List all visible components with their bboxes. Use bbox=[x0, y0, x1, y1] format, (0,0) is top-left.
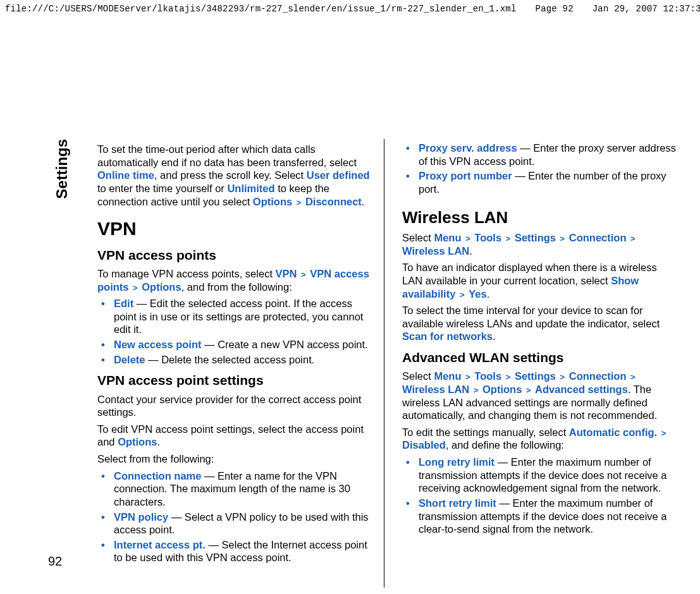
hl-proxy-port-number: Proxy port number bbox=[419, 170, 512, 181]
hl-user-defined: User defined bbox=[307, 169, 370, 181]
columns: To set the time-out period after which d… bbox=[80, 139, 689, 588]
hl-connection-name: Connection name bbox=[114, 470, 201, 482]
chevron-icon: > bbox=[559, 234, 567, 243]
para-wlan-nav: Select Menu > Tools > Settings > Connect… bbox=[402, 231, 676, 257]
hl-menu: Menu bbox=[434, 232, 461, 243]
hl-scan-for-networks: Scan for networks bbox=[402, 330, 493, 342]
chevron-icon: > bbox=[505, 372, 512, 382]
chevron-icon: > bbox=[660, 428, 668, 438]
heading-advanced-wlan: Advanced WLAN settings bbox=[402, 349, 676, 366]
page-indicator: Page 92 bbox=[517, 4, 574, 14]
list-item: Internet access pt. — Select the Interne… bbox=[110, 538, 371, 564]
hl-disabled: Disabled bbox=[402, 439, 446, 451]
list-item: Edit — Edit the selected access point. I… bbox=[110, 297, 371, 336]
chevron-icon: > bbox=[525, 385, 532, 395]
file-url: file:///C:/USERS/MODEServer/lkatajis/348… bbox=[5, 4, 517, 14]
hl-vpn-policy: VPN policy bbox=[114, 511, 168, 523]
para-contact-provider: Contact your service provider for the co… bbox=[97, 393, 371, 419]
hl-short-retry-limit: Short retry limit bbox=[419, 497, 496, 509]
list-item: Delete — Delete the selected access poin… bbox=[110, 353, 371, 367]
list-retry-limits: Long retry limit — Enter the maximum num… bbox=[402, 456, 676, 536]
para-adv-nav: Select Menu > Tools > Settings > Connect… bbox=[402, 370, 676, 422]
chevron-icon: > bbox=[132, 283, 139, 293]
heading-vpn-ap-settings: VPN access point settings bbox=[97, 372, 371, 389]
chevron-icon: > bbox=[300, 270, 307, 279]
column-left: To set the time-out period after which d… bbox=[80, 139, 384, 588]
para-show-availability: To have an indicator displayed when ther… bbox=[402, 261, 676, 300]
content-area: Settings 92 To set the time-out period a… bbox=[35, 139, 689, 588]
print-header: file:///C:/USERS/MODEServer/lkatajis/348… bbox=[0, 0, 700, 16]
list-vpn-ap: Edit — Edit the selected access point. I… bbox=[97, 297, 371, 366]
list-item: Proxy port number — Enter the number of … bbox=[415, 169, 676, 195]
heading-vpn-access-points: VPN access points bbox=[97, 247, 371, 264]
hl-long-retry-limit: Long retry limit bbox=[419, 456, 494, 468]
list-item: Long retry limit — Enter the maximum num… bbox=[415, 456, 676, 495]
chevron-icon: > bbox=[464, 234, 472, 243]
column-right: Proxy serv. address — Enter the proxy se… bbox=[384, 139, 689, 588]
hl-tools: Tools bbox=[474, 370, 501, 382]
hl-wireless-lan: Wireless LAN bbox=[402, 384, 469, 395]
timestamp: Jan 29, 2007 12:37:36 PM bbox=[574, 4, 700, 14]
para-edit-vpn-ap: To edit VPN access point settings, selec… bbox=[97, 423, 371, 449]
list-vpn-aps: Connection name — Enter a name for the V… bbox=[97, 470, 371, 564]
list-item: New access point — Create a new VPN acce… bbox=[110, 338, 371, 351]
chevron-icon: > bbox=[629, 234, 637, 243]
list-item: Short retry limit — Enter the maximum nu… bbox=[415, 497, 676, 536]
hl-delete: Delete bbox=[114, 354, 145, 365]
chevron-icon: > bbox=[629, 372, 637, 382]
para-scan-networks: To select the time interval for your dev… bbox=[402, 304, 676, 343]
para-select-following: Select from the following: bbox=[97, 452, 371, 466]
chevron-icon: > bbox=[295, 198, 303, 207]
chevron-icon: > bbox=[559, 372, 567, 382]
list-item: VPN policy — Select a VPN policy to be u… bbox=[110, 511, 371, 536]
heading-vpn: VPN bbox=[97, 217, 371, 241]
hl-automatic-config: Automatic config. bbox=[569, 427, 657, 438]
hl-advanced-settings: Advanced settings bbox=[535, 384, 628, 395]
chevron-icon: > bbox=[464, 372, 472, 382]
hl-internet-access-pt: Internet access pt. bbox=[114, 539, 206, 550]
hl-options: Options bbox=[482, 384, 522, 395]
para-online-time: To set the time-out period after which d… bbox=[97, 143, 371, 208]
hl-disconnect: Disconnect bbox=[305, 196, 362, 207]
page-root: file:///C:/USERS/MODEServer/lkatajis/348… bbox=[0, 0, 700, 594]
hl-connection: Connection bbox=[569, 232, 627, 243]
hl-connection: Connection bbox=[569, 370, 627, 382]
hl-options: Options bbox=[253, 196, 292, 207]
heading-wireless-lan: Wireless LAN bbox=[402, 207, 676, 228]
list-item: Connection name — Enter a name for the V… bbox=[110, 470, 371, 509]
para-automatic-config: To edit the settings manually, select Au… bbox=[402, 426, 676, 452]
para-vpn-ap-nav: To manage VPN access points, select VPN … bbox=[97, 267, 371, 293]
hl-options: Options bbox=[118, 436, 157, 447]
page-number: 92 bbox=[48, 554, 62, 569]
hl-settings: Settings bbox=[515, 370, 556, 382]
hl-vpn: VPN bbox=[276, 268, 297, 279]
hl-unlimited: Unlimited bbox=[227, 183, 274, 194]
hl-new-access-point: New access point bbox=[114, 339, 201, 350]
hl-settings: Settings bbox=[515, 232, 556, 243]
side-tab: Settings 92 bbox=[35, 139, 80, 588]
hl-menu: Menu bbox=[434, 370, 461, 382]
chevron-icon: > bbox=[472, 385, 480, 395]
chevron-icon: > bbox=[505, 234, 512, 243]
hl-wireless-lan: Wireless LAN bbox=[402, 245, 469, 257]
hl-options: Options bbox=[142, 281, 181, 293]
list-item: Proxy serv. address — Enter the proxy se… bbox=[415, 142, 676, 167]
hl-edit: Edit bbox=[114, 298, 133, 309]
section-tab-label: Settings bbox=[53, 139, 71, 199]
hl-tools: Tools bbox=[474, 232, 501, 243]
hl-proxy-serv-address: Proxy serv. address bbox=[419, 142, 517, 154]
hl-online-time: Online time bbox=[97, 169, 154, 181]
hl-yes: Yes bbox=[469, 288, 486, 300]
list-proxy: Proxy serv. address — Enter the proxy se… bbox=[402, 142, 676, 196]
chevron-icon: > bbox=[458, 290, 466, 300]
